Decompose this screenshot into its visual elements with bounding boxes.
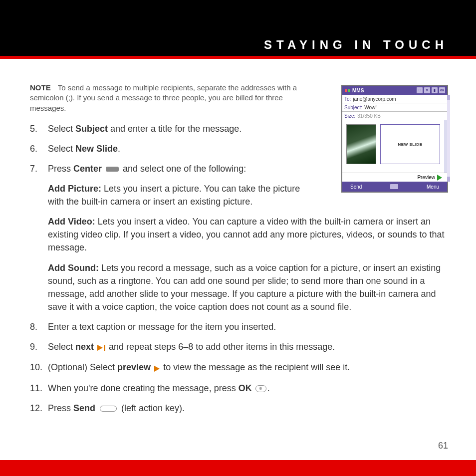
mms-screenshot: MMS □ ▾ ▮ ok To: jane@anycorp.com Subjec…: [341, 85, 448, 193]
picture-thumbnail: [346, 124, 376, 164]
page-number: 61: [438, 441, 448, 451]
step-number: 7.: [30, 162, 48, 175]
status-icon: □: [417, 87, 423, 93]
preview-icon: [154, 361, 160, 374]
step-number: 9.: [30, 340, 48, 353]
section-title: STAYING IN TOUCH: [264, 38, 448, 52]
scrollbar: [447, 95, 450, 182]
step-8: 8. Enter a text caption or message for t…: [30, 320, 448, 333]
step-9: 9. Select next and repeat steps 6–8 to a…: [30, 340, 448, 354]
softkey-menu: Menu: [427, 184, 439, 190]
section-header: STAYING IN TOUCH: [0, 34, 476, 56]
play-icon: [437, 175, 442, 181]
next-icon: [97, 341, 105, 354]
note-block: NOTETo send a message to multiple recipi…: [30, 83, 309, 113]
step-10: 10. (Optional) Select preview to view th…: [30, 361, 448, 374]
add-sound-para: Add Sound: Lets you record a message, su…: [48, 261, 448, 313]
step-12: 12. Press Send (left action key).: [30, 402, 448, 415]
footer-accent: [0, 460, 476, 476]
keyboard-icon: [390, 184, 398, 189]
screenshot-titlebar: MMS □ ▾ ▮ ok: [342, 86, 447, 95]
center-button-icon: [106, 167, 119, 172]
to-row: To: jane@anycorp.com: [342, 95, 447, 103]
preview-row: Preview: [342, 173, 447, 182]
screenshot-softkeys: Send Menu: [342, 182, 447, 192]
step-number: 8.: [30, 320, 48, 333]
battery-icon: ▮: [432, 87, 438, 93]
add-picture-para: Add Picture: Lets you insert a picture. …: [48, 182, 317, 208]
add-video-para: Add Video: Lets you insert a video. You …: [48, 215, 448, 254]
app-title: MMS: [350, 88, 417, 93]
slide-area: NEW SLIDE: [342, 120, 447, 173]
ok-icon: ok: [439, 87, 445, 93]
ok-button-icon: ⊛: [255, 385, 266, 392]
steps-list-2: 8. Enter a text caption or message for t…: [30, 320, 448, 415]
step-number: 10.: [30, 361, 48, 374]
step-number: 12.: [30, 402, 48, 415]
signal-icon: ▾: [424, 87, 430, 93]
note-label: NOTE: [30, 83, 51, 92]
step-number: 11.: [30, 382, 48, 395]
step-number: 5.: [30, 122, 48, 135]
header-spacer: [0, 0, 476, 34]
start-icon: [344, 88, 350, 93]
size-row: Size: 31/350 KB: [342, 112, 447, 120]
step-number: 6.: [30, 142, 48, 155]
new-slide-box: NEW SLIDE: [380, 124, 440, 164]
send-key-icon: [100, 406, 117, 412]
step-11: 11. When you're done creating the messag…: [30, 382, 448, 395]
note-text: To send a message to multiple recipients…: [30, 83, 297, 112]
softkey-send: Send: [350, 184, 362, 190]
subject-row: Subject: Wow!: [342, 103, 447, 112]
